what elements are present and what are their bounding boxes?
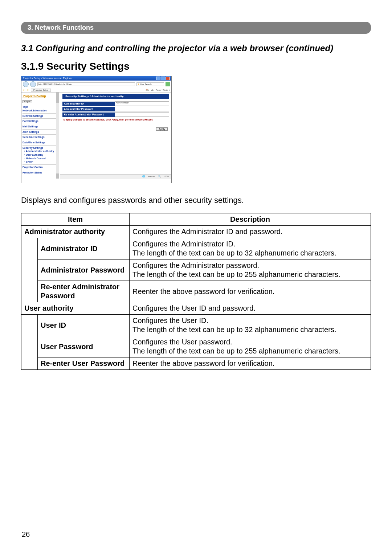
window-title: Projector Setup - Windows Internet Explo… (23, 77, 73, 80)
form-label-admin-pw: Administrator Password (62, 107, 115, 111)
sidebar-scrollbar[interactable] (56, 92, 59, 179)
go-icon[interactable] (166, 82, 170, 86)
sidebar-link-port-settings[interactable]: Port Settings (23, 120, 59, 123)
th-item: Item (21, 213, 130, 226)
sidebar-sub-admin-authority[interactable]: › Administrator authority (23, 150, 59, 153)
form-input-admin-id[interactable]: Administrator (115, 101, 169, 106)
form-label-admin-id: Administrator ID (62, 102, 115, 106)
toolbar-right[interactable]: Page ▾ Tools ▾ (156, 89, 170, 91)
sidebar-link-mail-settings[interactable]: Mail Settings (23, 125, 59, 128)
sidebar-logo: ProjectorSetup (23, 94, 59, 98)
sidebar-link-datetime-settings[interactable]: Date/Time Settings (23, 141, 59, 144)
cell-desc: Configures the Administrator ID and pass… (130, 226, 371, 238)
logoff-button[interactable]: Logoff (23, 100, 32, 103)
cell-desc: Configures the User ID and password. (130, 302, 371, 315)
form-input-admin-pw[interactable] (115, 107, 169, 111)
maximize-icon[interactable] (161, 77, 165, 80)
embedded-screenshot: Projector Setup - Windows Internet Explo… (21, 76, 172, 183)
sidebar-link-projector-control[interactable]: Projector Control (23, 166, 59, 169)
cell-desc: Configures the Administrator password.Th… (130, 259, 371, 281)
sidebar-link-projector-status[interactable]: Projector Status (23, 171, 59, 174)
table-row: User ID Configures the User ID.The lengt… (21, 315, 371, 336)
cell-item: Re-enter User Password (38, 357, 130, 370)
sidebar-link-network-information[interactable]: Network Information (23, 109, 59, 112)
cell-desc: Configures the User password.The length … (130, 336, 371, 357)
cell-item: Re-enter Administrator Password (38, 281, 130, 302)
add-favorite-icon[interactable]: ✚ (27, 89, 29, 91)
settings-table: Item Description Administrator authority… (21, 213, 371, 370)
table-row: Re-enter User Password Reenter the above… (21, 357, 371, 370)
table-row: Administrator Password Configures the Ad… (21, 259, 371, 281)
table-row: Administrator authority Configures the A… (21, 226, 371, 238)
cell-desc: Reenter the above password for verificat… (130, 357, 371, 370)
cell-item: Administrator authority (21, 226, 130, 238)
sidebar-link-top[interactable]: Top: (23, 106, 59, 109)
cell-item: User ID (38, 315, 130, 336)
cell-desc: Reenter the above password for verificat… (130, 281, 371, 302)
page-number: 26 (22, 530, 30, 539)
cell-item: Administrator Password (38, 259, 130, 281)
sidebar-link-network-settings[interactable]: Network Settings (23, 115, 59, 118)
table-row: User authority Configures the User ID an… (21, 302, 371, 315)
subsection-title: 3.1.9 Security Settings (21, 61, 371, 72)
table-row: Administrator ID Configures the Administ… (21, 238, 371, 259)
sidebar-link-schedule-settings[interactable]: Schedule Settings (23, 136, 59, 139)
home-icon[interactable]: 🏠▾ (146, 89, 149, 91)
indent-spacer (21, 315, 38, 370)
address-bar[interactable]: http://192.168.1.10/admin/en/1.htm (37, 82, 135, 86)
sidebar-sub-user-authority[interactable]: › User authority (23, 154, 59, 156)
chapter-bar: 3. Network Functions (21, 22, 371, 34)
cell-item: User Password (38, 336, 130, 357)
forward-icon[interactable] (30, 81, 36, 87)
table-row: Re-enter Administrator Password Reenter … (21, 281, 371, 302)
form-note: To apply changes to security settings, c… (62, 118, 169, 121)
status-internet: Internet (148, 175, 155, 178)
sidebar-link-alert-settings[interactable]: Alert Settings (23, 131, 59, 134)
search-icon: ✶ (138, 83, 139, 86)
sidebar-link-security-settings[interactable]: Security Settings (23, 147, 59, 150)
cell-item: Administrator ID (38, 238, 130, 259)
form-input-admin-pw2[interactable] (115, 112, 169, 117)
indent-spacer (21, 238, 38, 302)
tab-label: Projector Setup (33, 89, 48, 91)
browser-tab[interactable]: Projector Setup (31, 89, 51, 92)
status-zoom[interactable]: 100% (164, 175, 169, 178)
favorites-icon[interactable]: ★ (23, 89, 25, 91)
sidebar-sub-snmp[interactable]: › SNMP (23, 160, 59, 163)
cell-desc: Configures the Administrator ID.The leng… (130, 238, 371, 259)
content-breadcrumb: Security Settings / Administrator author… (62, 94, 169, 99)
back-icon[interactable] (23, 81, 29, 87)
close-icon[interactable] (166, 77, 170, 80)
th-description: Description (130, 213, 371, 226)
cell-item: User authority (21, 302, 130, 315)
cell-desc: Configures the User ID.The length of the… (130, 315, 371, 336)
search-placeholder: Live Search (140, 83, 152, 86)
sidebar-sub-network-control[interactable]: › Network Control (23, 157, 59, 160)
table-row: User Password Configures the User passwo… (21, 336, 371, 357)
intro-paragraph: Displays and configures passwords and ot… (21, 196, 371, 205)
zoom-icon[interactable]: 🔍 (158, 175, 161, 178)
form-label-admin-pw2: Re-enter Administrator Password (62, 113, 115, 117)
search-input[interactable]: ✶ Live Search (136, 82, 164, 86)
apply-button[interactable]: Apply (156, 127, 168, 131)
globe-icon: 🌐 (142, 175, 145, 178)
section-title: 3.1 Configuring and controlling the proj… (21, 43, 371, 53)
print-icon[interactable]: 🖶 (151, 89, 154, 91)
minimize-icon[interactable] (156, 77, 160, 80)
